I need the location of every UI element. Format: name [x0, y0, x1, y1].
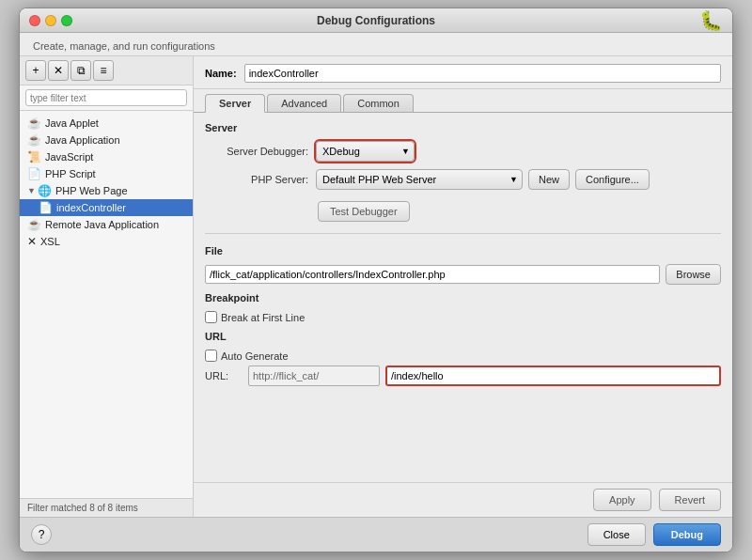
window-title: Debug Configurations	[317, 14, 435, 27]
server-section-label: Server	[205, 122, 721, 133]
sidebar-tree: ☕ Java Applet ☕ Java Application 📜 JavaS…	[20, 111, 193, 498]
sidebar-item-java-application[interactable]: ☕ Java Application	[20, 132, 193, 148]
url-label: URL:	[205, 370, 243, 381]
sidebar-item-label: XSL	[40, 236, 60, 247]
breakpoint-section-label: Breakpoint	[205, 292, 721, 303]
auto-generate-text: Auto Generate	[221, 350, 289, 362]
name-row: Name:	[194, 56, 732, 89]
configure-server-button[interactable]: Configure...	[575, 169, 650, 190]
java-applet-icon: ☕	[27, 117, 41, 130]
java-application-icon: ☕	[27, 133, 41, 147]
php-server-select-wrapper: Default PHP Web Server ▼	[316, 169, 523, 190]
xsl-icon: ✕	[27, 235, 37, 248]
php-server-row: PHP Server: Default PHP Web Server ▼ New…	[205, 169, 721, 190]
minimize-button[interactable]	[45, 15, 56, 26]
window-controls	[29, 15, 72, 26]
test-debugger-button[interactable]: Test Debugger	[318, 201, 410, 222]
close-button[interactable]	[29, 15, 40, 26]
sidebar-item-php-script[interactable]: 📄 PHP Script	[20, 165, 193, 182]
filter-status: Filter matched 8 of 8 items	[27, 503, 138, 513]
help-button[interactable]: ?	[31, 524, 52, 545]
bottom-buttons: Apply Revert	[194, 482, 732, 517]
sidebar-toolbar: + ✕ ⧉ ≡	[20, 56, 193, 86]
help-icon: ?	[39, 528, 45, 541]
url-section: URL Auto Generate URL:	[205, 331, 721, 386]
sidebar-item-index-controller[interactable]: 📄 indexController	[20, 199, 193, 216]
remove-configuration-button[interactable]: ✕	[48, 60, 69, 81]
browse-button[interactable]: Browse	[666, 264, 721, 285]
add-configuration-button[interactable]: +	[25, 60, 46, 81]
name-label: Name:	[205, 68, 237, 79]
debug-configurations-window: Debug Configurations 🐛 Create, manage, a…	[19, 8, 733, 552]
php-server-label: PHP Server:	[205, 174, 308, 185]
url-row: URL:	[205, 366, 721, 386]
server-debugger-select[interactable]: XDebug Zend Debugger	[316, 141, 415, 162]
auto-generate-label: Auto Generate	[205, 350, 289, 362]
php-web-page-icon: 🌐	[38, 184, 52, 197]
tab-common-label: Common	[357, 98, 400, 109]
sidebar-search-container	[20, 86, 193, 111]
sidebar: + ✕ ⧉ ≡ ☕ Java Applet ☕ Java Application	[20, 56, 194, 517]
php-server-select[interactable]: Default PHP Web Server	[316, 169, 523, 190]
new-server-button[interactable]: New	[528, 169, 570, 190]
sidebar-item-java-applet[interactable]: ☕ Java Applet	[20, 115, 193, 132]
sidebar-item-label: Java Applet	[45, 117, 99, 129]
tab-server-label: Server	[219, 98, 251, 109]
sidebar-item-label: Remote Java Application	[45, 219, 159, 230]
sidebar-item-label: Java Application	[45, 134, 120, 146]
break-first-line-label: Break at First Line	[205, 311, 305, 323]
url-suffix-input[interactable]	[385, 366, 721, 386]
apply-button[interactable]: Apply	[593, 489, 651, 511]
breakpoint-section: Breakpoint Break at First Line	[205, 292, 721, 323]
content-area: + ✕ ⧉ ≡ ☕ Java Applet ☕ Java Application	[20, 56, 732, 517]
tabs-row: Server Advanced Common	[194, 89, 732, 113]
server-debugger-row: Server Debugger: XDebug Zend Debugger ▼	[205, 141, 721, 162]
file-input[interactable]	[205, 265, 660, 284]
name-input[interactable]	[244, 64, 721, 83]
revert-button[interactable]: Revert	[659, 489, 721, 511]
tab-common[interactable]: Common	[343, 94, 414, 112]
url-section-label: URL	[205, 331, 721, 342]
main-panel: Name: Server Advanced Common Server	[194, 56, 732, 517]
file-section-label: File	[205, 245, 721, 257]
maximize-button[interactable]	[61, 15, 72, 26]
window-footer: ? Close Debug	[20, 517, 732, 552]
expand-arrow-icon: ▼	[27, 186, 36, 195]
close-window-button[interactable]: Close	[588, 523, 646, 546]
break-first-line-text: Break at First Line	[221, 312, 305, 323]
index-controller-icon: 📄	[39, 201, 53, 214]
header-area: Create, manage, and run configurations	[20, 33, 732, 56]
url-prefix-input[interactable]	[248, 366, 380, 386]
file-row: Browse	[205, 264, 721, 285]
sidebar-footer: Filter matched 8 of 8 items	[20, 498, 193, 517]
php-server-controls: Default PHP Web Server ▼ New Configure..…	[316, 169, 650, 190]
menu-button[interactable]: ≡	[93, 60, 114, 81]
break-first-line-checkbox[interactable]	[205, 311, 217, 323]
sidebar-item-xsl[interactable]: ✕ XSL	[20, 233, 193, 250]
duplicate-configuration-button[interactable]: ⧉	[70, 60, 91, 81]
sidebar-item-label: PHP Web Page	[55, 185, 128, 196]
tab-server[interactable]: Server	[205, 94, 265, 113]
debug-button[interactable]: Debug	[653, 523, 721, 546]
server-debugger-label: Server Debugger:	[205, 146, 308, 157]
php-script-icon: 📄	[27, 167, 41, 180]
remote-java-icon: ☕	[27, 218, 41, 231]
tab-advanced[interactable]: Advanced	[267, 94, 341, 112]
sidebar-item-label: JavaScript	[45, 151, 93, 163]
file-section: File Browse	[205, 245, 721, 285]
javascript-icon: 📜	[27, 150, 41, 163]
server-debugger-select-wrapper: XDebug Zend Debugger ▼	[316, 141, 415, 162]
breakpoint-row: Break at First Line	[205, 311, 721, 323]
bug-icon: 🐛	[699, 9, 723, 32]
titlebar: Debug Configurations 🐛	[20, 8, 732, 33]
divider-1	[205, 233, 721, 234]
sidebar-item-php-web-page[interactable]: ▼ 🌐 PHP Web Page	[20, 182, 193, 199]
auto-generate-checkbox[interactable]	[205, 350, 217, 362]
tab-advanced-label: Advanced	[281, 98, 327, 109]
search-input[interactable]	[25, 89, 187, 106]
sidebar-item-label: indexController	[56, 202, 126, 213]
tab-content-server: Server Server Debugger: XDebug Zend Debu…	[194, 113, 732, 482]
auto-generate-row: Auto Generate	[205, 350, 721, 362]
sidebar-item-remote-java-application[interactable]: ☕ Remote Java Application	[20, 216, 193, 233]
sidebar-item-javascript[interactable]: 📜 JavaScript	[20, 148, 193, 165]
